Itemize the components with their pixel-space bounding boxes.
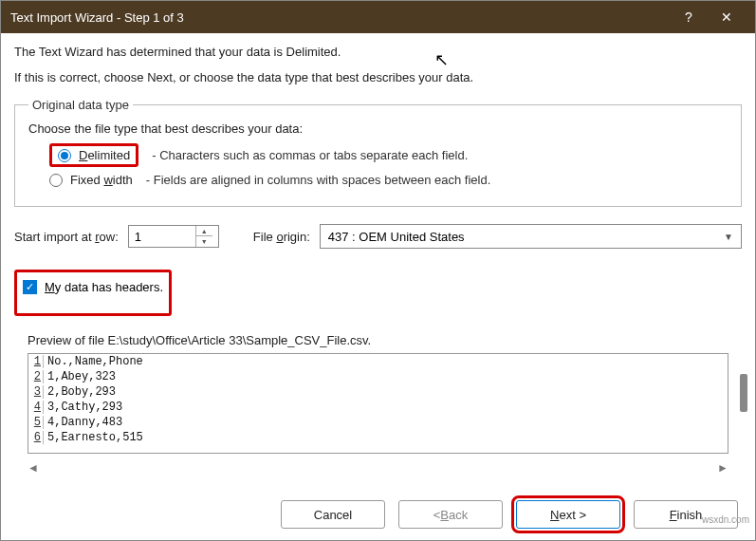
group-legend: Original data type bbox=[28, 98, 133, 112]
my-data-has-headers-checkbox[interactable]: ✓ bbox=[23, 280, 37, 294]
back-button: < Back bbox=[398, 500, 503, 529]
preview-row: 54,Danny,483 bbox=[28, 415, 728, 430]
preview-label: Preview of file E:\study\Office\Article … bbox=[28, 333, 742, 347]
dialog-buttons: Cancel < Back Next > Finish bbox=[18, 500, 738, 529]
start-row-input[interactable] bbox=[129, 228, 195, 246]
radio-fixed-width-desc: - Fields are aligned in columns with spa… bbox=[146, 173, 490, 187]
file-origin-select[interactable]: 437 : OEM United States ▼ bbox=[320, 224, 742, 249]
scroll-right-icon[interactable]: ► bbox=[717, 461, 728, 475]
help-button[interactable]: ? bbox=[670, 1, 708, 33]
radio-delimited-label[interactable]: Delimited bbox=[79, 148, 130, 162]
file-origin-value: 437 : OEM United States bbox=[328, 230, 724, 244]
preview-row: 65,Earnesto,515 bbox=[28, 430, 728, 445]
intro-line-1: The Text Wizard has determined that your… bbox=[14, 45, 742, 59]
preview-row: 32,Boby,293 bbox=[28, 384, 728, 400]
radio-delimited-row: Delimited - Characters such as commas or… bbox=[49, 143, 728, 167]
radio-fixed-width-label[interactable]: Fixed width bbox=[70, 173, 133, 187]
preview-body: 1No.,Name,Phone 21,Abey,323 32,Boby,293 … bbox=[28, 354, 728, 445]
scroll-left-icon[interactable]: ◄ bbox=[28, 461, 39, 475]
file-origin-label: File origin: bbox=[253, 230, 310, 244]
radio-delimited[interactable] bbox=[58, 149, 71, 162]
highlight-delimited: Delimited bbox=[49, 143, 138, 167]
choose-file-type-label: Choose the file type that best describes… bbox=[28, 121, 728, 136]
preview-scrollbar-vertical[interactable] bbox=[740, 374, 747, 412]
start-import-row: Start import at row: ▲ ▼ File origin: 43… bbox=[14, 224, 742, 249]
dialog-content: The Text Wizard has determined that your… bbox=[1, 33, 755, 488]
preview-scrollbar-horizontal[interactable]: ◄ ► bbox=[28, 459, 728, 476]
titlebar: Text Import Wizard - Step 1 of 3 ? ✕ bbox=[1, 1, 755, 33]
intro-line-2: If this is correct, choose Next, or choo… bbox=[14, 70, 742, 84]
next-button[interactable]: Next > bbox=[516, 500, 620, 529]
window-title: Text Import Wizard - Step 1 of 3 bbox=[10, 10, 670, 25]
start-row-spinner[interactable]: ▲ ▼ bbox=[128, 225, 219, 248]
start-import-label: Start import at row: bbox=[14, 230, 119, 244]
radio-fixed-width[interactable] bbox=[49, 174, 63, 187]
my-data-has-headers-label[interactable]: My data has headers. bbox=[45, 280, 163, 294]
watermark: wsxdn.com bbox=[702, 514, 749, 525]
spinner-up-icon[interactable]: ▲ bbox=[196, 226, 212, 236]
radio-fixed-row: Fixed width - Fields are aligned in colu… bbox=[49, 173, 728, 187]
preview-row: 1No.,Name,Phone bbox=[28, 354, 728, 369]
preview-box: 1No.,Name,Phone 21,Abey,323 32,Boby,293 … bbox=[28, 353, 728, 454]
chevron-down-icon: ▼ bbox=[724, 232, 733, 242]
check-icon: ✓ bbox=[26, 282, 34, 292]
radio-delimited-desc: - Characters such as commas or tabs sepa… bbox=[152, 148, 468, 162]
original-data-type-group: Original data type Choose the file type … bbox=[14, 98, 742, 207]
close-button[interactable]: ✕ bbox=[708, 1, 746, 33]
preview-row: 21,Abey,323 bbox=[28, 369, 728, 384]
preview-row: 43,Cathy,293 bbox=[28, 400, 728, 415]
highlight-headers: ✓ My data has headers. bbox=[14, 270, 172, 316]
spinner-down-icon[interactable]: ▼ bbox=[196, 236, 212, 247]
cancel-button[interactable]: Cancel bbox=[281, 500, 385, 529]
